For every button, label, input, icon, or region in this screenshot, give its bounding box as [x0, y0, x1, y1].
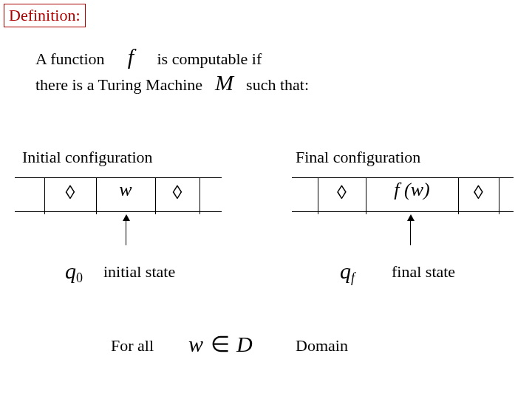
intro-text-c: there is a Turing Machine: [35, 75, 202, 94]
label-final-configuration: Final configuration: [296, 148, 420, 167]
tape-cell-blank: ◊: [155, 182, 200, 204]
expr-w-in-D: w ∈ D: [188, 331, 253, 357]
intro-line-2: there is a Turing Machine M such that:: [35, 70, 309, 95]
state-qf-sub: f: [351, 270, 355, 285]
label-initial-configuration: Initial configuration: [22, 148, 153, 167]
intro-text-b: is computable if: [157, 50, 262, 68]
symbol-f: f: [109, 44, 153, 69]
tape-cell-fw: f (w): [366, 179, 458, 201]
expr-D: D: [236, 332, 253, 356]
expr-in: ∈: [208, 332, 233, 356]
label-initial-state: initial state: [103, 262, 175, 282]
intro-text-d: such that:: [246, 75, 309, 94]
label-domain: Domain: [296, 336, 348, 355]
label-for-all: For all: [111, 336, 154, 355]
expr-w: w: [188, 332, 203, 356]
state-q0-sub: 0: [76, 270, 83, 285]
symbol-M: M: [207, 70, 242, 95]
tape-initial: ◊ w ◊: [15, 177, 222, 214]
state-qf-base: q: [340, 259, 351, 283]
intro-text-a: A function: [35, 50, 105, 68]
tape-cell-w: w: [96, 179, 155, 201]
arrow-initial-head: [126, 216, 126, 245]
state-q0: q0: [65, 259, 83, 286]
tape-final: ◊ f (w) ◊: [292, 177, 514, 214]
intro-line-1: A function f is computable if: [35, 44, 262, 69]
tape-cell-blank: ◊: [318, 182, 366, 204]
state-qf: qf: [340, 259, 355, 286]
tape-cell-blank: ◊: [44, 182, 96, 204]
state-q0-base: q: [65, 259, 76, 283]
definition-heading: Definition:: [4, 4, 86, 27]
arrow-final-head: [410, 216, 411, 245]
label-final-state: final state: [392, 262, 455, 282]
tape-cell-blank: ◊: [458, 182, 499, 204]
